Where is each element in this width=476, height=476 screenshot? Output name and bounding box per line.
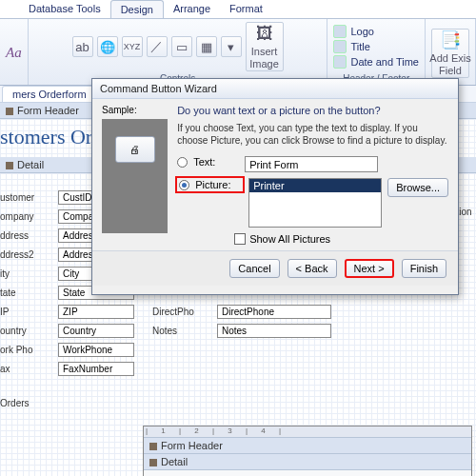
browse-button[interactable]: Browse... bbox=[387, 178, 448, 197]
show-all-checkbox[interactable] bbox=[234, 233, 246, 245]
control-line-icon[interactable]: ／ bbox=[147, 36, 168, 57]
subform-header[interactable]: Form Header bbox=[144, 438, 471, 454]
next-button[interactable]: Next > bbox=[345, 259, 394, 278]
list-item[interactable]: Printer bbox=[249, 179, 381, 192]
add-fields-label: Add Exis Field bbox=[429, 52, 470, 75]
fields-icon: 📑 bbox=[440, 30, 461, 50]
orders-label: Orders bbox=[0, 398, 52, 408]
control-more-icon[interactable]: ▾ bbox=[221, 36, 242, 57]
wizard-prompt: Do you want text or a picture on the but… bbox=[177, 105, 448, 116]
finish-button[interactable]: Finish bbox=[402, 259, 446, 278]
form-tab[interactable]: mers Orderform bbox=[2, 86, 97, 102]
back-button[interactable]: < Back bbox=[288, 259, 337, 278]
tab-format[interactable]: Format bbox=[220, 0, 272, 18]
ribbon: Aa ab 🌐 XYZ ／ ▭ ▦ ▾ 🖼 Insert Image Contr… bbox=[0, 19, 476, 86]
control-textbox-icon[interactable]: ab bbox=[72, 36, 93, 57]
font-icon: Aa bbox=[6, 45, 22, 61]
title-label[interactable]: Title bbox=[350, 41, 369, 52]
ribbon-tabs: Database Tools Design Arrange Format bbox=[0, 0, 476, 19]
printer-icon: 🖨 bbox=[129, 144, 140, 155]
command-button-wizard-dialog: Command Button Wizard Sample: 🖨 Do you w… bbox=[91, 78, 459, 295]
tab-database-tools[interactable]: Database Tools bbox=[19, 0, 110, 18]
control-image-icon[interactable]: ▦ bbox=[196, 36, 217, 57]
text-option-label: Text: bbox=[193, 156, 239, 168]
sample-button-preview: 🖨 bbox=[115, 136, 155, 163]
insert-image-label: Insert Image bbox=[249, 46, 279, 69]
picture-option-label: Picture: bbox=[195, 179, 241, 190]
field-label: ustomer bbox=[0, 192, 52, 203]
text-input[interactable] bbox=[245, 156, 378, 172]
orders-subform[interactable]: | 1 | 2 | 3 | 4 | Form Header Detail bbox=[143, 426, 472, 476]
logo-icon[interactable] bbox=[333, 25, 347, 38]
subform-ruler: | 1 | 2 | 3 | 4 | bbox=[144, 426, 471, 438]
group-font: Aa bbox=[0, 19, 29, 85]
text-radio[interactable] bbox=[177, 157, 188, 168]
title-icon[interactable] bbox=[333, 40, 347, 53]
wizard-hint: If you choose Text, you can type the tex… bbox=[177, 122, 448, 147]
datetime-label[interactable]: Date and Time bbox=[350, 56, 419, 68]
group-header-footer: Logo Title Date and Time Header / Footer bbox=[327, 19, 426, 85]
show-all-label: Show All Pictures bbox=[249, 233, 330, 245]
sample-label: Sample: bbox=[102, 105, 168, 115]
picture-listbox[interactable]: Printer bbox=[248, 178, 382, 228]
picture-radio[interactable] bbox=[179, 180, 189, 190]
control-chart-icon[interactable]: ▭ bbox=[171, 36, 192, 57]
sample-preview: 🖨 bbox=[102, 119, 168, 233]
dialog-button-row: Cancel < Back Next > Finish bbox=[92, 250, 458, 286]
add-existing-fields-button[interactable]: 📑 Add Exis Field bbox=[431, 29, 469, 78]
cancel-button[interactable]: Cancel bbox=[229, 259, 279, 278]
subform-detail[interactable]: Detail bbox=[144, 454, 471, 470]
page-title: stomers Or bbox=[0, 125, 92, 149]
control-label-icon[interactable]: XYZ bbox=[122, 36, 143, 57]
datetime-icon[interactable] bbox=[333, 55, 347, 69]
tab-arrange[interactable]: Arrange bbox=[164, 0, 220, 18]
dialog-title: Command Button Wizard bbox=[92, 79, 458, 99]
logo-label[interactable]: Logo bbox=[350, 26, 373, 37]
image-icon: 🖼 bbox=[256, 24, 273, 44]
group-controls: ab 🌐 XYZ ／ ▭ ▦ ▾ 🖼 Insert Image Controls bbox=[29, 19, 328, 85]
insert-image-button[interactable]: 🖼 Insert Image bbox=[246, 22, 284, 71]
control-globe-icon[interactable]: 🌐 bbox=[97, 36, 118, 57]
group-tools: 📑 Add Exis Field bbox=[426, 19, 476, 85]
tab-design[interactable]: Design bbox=[110, 0, 164, 18]
